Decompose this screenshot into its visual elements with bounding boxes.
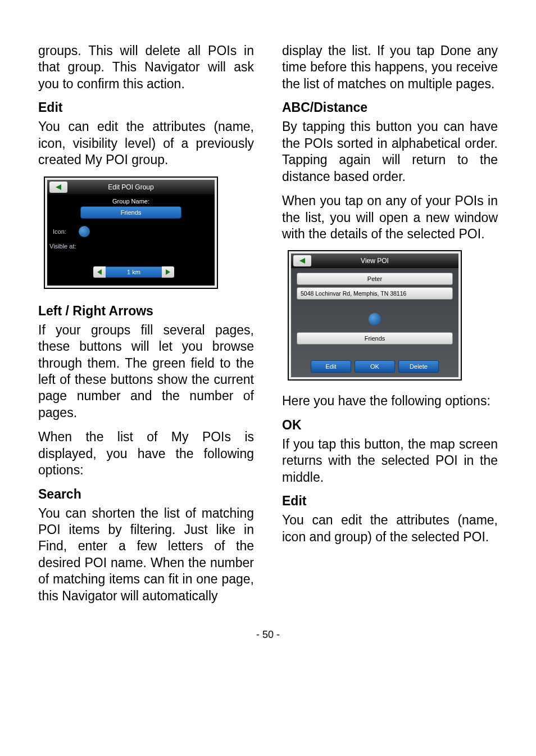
right-column: display the list. If you tap Done any ti… bbox=[282, 43, 498, 612]
icon-label: Icon: bbox=[53, 228, 66, 235]
back-button[interactable] bbox=[49, 182, 67, 193]
para: By tapping this button you can have the … bbox=[282, 119, 498, 185]
delete-button[interactable]: Delete bbox=[398, 360, 439, 373]
para: groups. This will delete all POIs in tha… bbox=[38, 43, 254, 92]
para: If your groups fill several pages, these… bbox=[38, 322, 254, 422]
poi-icon bbox=[369, 313, 381, 325]
titlebar: Edit POI Group bbox=[47, 180, 215, 194]
right-arrow-icon bbox=[166, 269, 170, 275]
para: When the list of My POIs is displayed, y… bbox=[38, 429, 254, 478]
para: You can edit the attributes (name, icon,… bbox=[38, 119, 254, 168]
poi-icon[interactable] bbox=[79, 226, 90, 237]
heading-abc-distance: ABC/Distance bbox=[282, 100, 498, 115]
screenshot-view-poi: View POI Peter 5048 Lochinvar Rd, Memphi… bbox=[288, 250, 462, 381]
ok-button[interactable]: OK bbox=[355, 360, 395, 373]
title-text: Edit POI Group bbox=[108, 183, 153, 191]
left-column: groups. This will delete all POIs in tha… bbox=[38, 43, 254, 612]
left-arrow-icon bbox=[97, 269, 102, 275]
para: If you tap this button, the map screen r… bbox=[282, 436, 498, 486]
title-text: View POI bbox=[361, 257, 389, 265]
group-name-field[interactable]: Friends bbox=[80, 206, 181, 219]
poi-group-field[interactable]: Friends bbox=[297, 332, 453, 345]
edit-button[interactable]: Edit bbox=[311, 360, 351, 373]
heading-edit: Edit bbox=[38, 100, 254, 115]
group-name-label: Group Name: bbox=[47, 198, 215, 205]
poi-address-field[interactable]: 5048 Lochinvar Rd, Memphis, TN 38116 bbox=[297, 287, 453, 300]
titlebar: View POI bbox=[291, 253, 458, 268]
heading-arrows: Left / Right Arrows bbox=[38, 304, 254, 319]
para: You can shorten the list of matching POI… bbox=[38, 505, 254, 605]
heading-search: Search bbox=[38, 487, 254, 502]
para: Here you have the following options: bbox=[282, 393, 498, 409]
page-number: - 50 - bbox=[38, 629, 498, 641]
distance-field[interactable]: 1 km bbox=[106, 266, 162, 278]
poi-name-field[interactable]: Peter bbox=[297, 273, 453, 285]
distance-prev-button[interactable] bbox=[93, 266, 106, 278]
distance-next-button[interactable] bbox=[162, 266, 174, 278]
para: display the list. If you tap Done any ti… bbox=[282, 43, 498, 92]
visible-at-label: Visible at: bbox=[49, 243, 76, 250]
back-arrow-icon bbox=[56, 184, 61, 190]
para: You can edit the attributes (name, icon … bbox=[282, 512, 498, 545]
para: When you tap on any of your POIs in the … bbox=[282, 193, 498, 242]
screenshot-edit-poi-group: Edit POI Group Group Name: Friends Icon:… bbox=[44, 176, 218, 289]
heading-edit-2: Edit bbox=[282, 494, 498, 509]
back-button[interactable] bbox=[293, 255, 311, 266]
back-arrow-icon bbox=[299, 258, 305, 264]
heading-ok: OK bbox=[282, 418, 498, 433]
